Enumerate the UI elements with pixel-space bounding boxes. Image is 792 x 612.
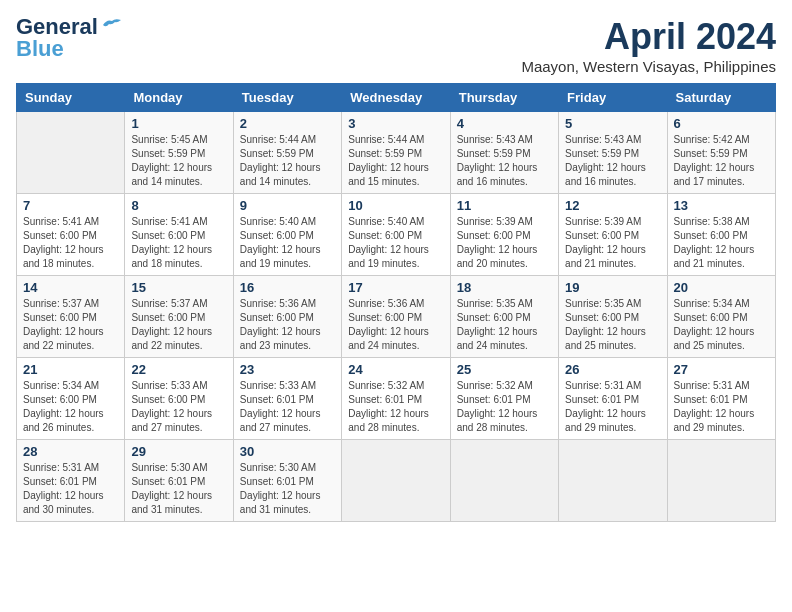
weekday-header-saturday: Saturday <box>667 84 775 112</box>
calendar-week-3: 14Sunrise: 5:37 AM Sunset: 6:00 PM Dayli… <box>17 276 776 358</box>
day-number: 5 <box>565 116 660 131</box>
day-info: Sunrise: 5:31 AM Sunset: 6:01 PM Dayligh… <box>674 379 769 435</box>
day-info: Sunrise: 5:32 AM Sunset: 6:01 PM Dayligh… <box>457 379 552 435</box>
day-number: 7 <box>23 198 118 213</box>
day-info: Sunrise: 5:31 AM Sunset: 6:01 PM Dayligh… <box>23 461 118 517</box>
day-info: Sunrise: 5:36 AM Sunset: 6:00 PM Dayligh… <box>240 297 335 353</box>
day-number: 24 <box>348 362 443 377</box>
day-info: Sunrise: 5:36 AM Sunset: 6:00 PM Dayligh… <box>348 297 443 353</box>
weekday-header-thursday: Thursday <box>450 84 558 112</box>
day-number: 1 <box>131 116 226 131</box>
day-info: Sunrise: 5:32 AM Sunset: 6:01 PM Dayligh… <box>348 379 443 435</box>
calendar-cell: 12Sunrise: 5:39 AM Sunset: 6:00 PM Dayli… <box>559 194 667 276</box>
day-number: 2 <box>240 116 335 131</box>
day-info: Sunrise: 5:40 AM Sunset: 6:00 PM Dayligh… <box>240 215 335 271</box>
day-info: Sunrise: 5:34 AM Sunset: 6:00 PM Dayligh… <box>23 379 118 435</box>
calendar-cell: 8Sunrise: 5:41 AM Sunset: 6:00 PM Daylig… <box>125 194 233 276</box>
day-number: 23 <box>240 362 335 377</box>
day-number: 11 <box>457 198 552 213</box>
day-info: Sunrise: 5:37 AM Sunset: 6:00 PM Dayligh… <box>23 297 118 353</box>
logo-general: General <box>16 16 98 38</box>
day-number: 10 <box>348 198 443 213</box>
calendar-table: SundayMondayTuesdayWednesdayThursdayFrid… <box>16 83 776 522</box>
day-info: Sunrise: 5:42 AM Sunset: 5:59 PM Dayligh… <box>674 133 769 189</box>
day-number: 18 <box>457 280 552 295</box>
day-number: 14 <box>23 280 118 295</box>
day-info: Sunrise: 5:31 AM Sunset: 6:01 PM Dayligh… <box>565 379 660 435</box>
calendar-cell: 16Sunrise: 5:36 AM Sunset: 6:00 PM Dayli… <box>233 276 341 358</box>
calendar-cell: 28Sunrise: 5:31 AM Sunset: 6:01 PM Dayli… <box>17 440 125 522</box>
calendar-cell: 13Sunrise: 5:38 AM Sunset: 6:00 PM Dayli… <box>667 194 775 276</box>
day-number: 4 <box>457 116 552 131</box>
day-info: Sunrise: 5:38 AM Sunset: 6:00 PM Dayligh… <box>674 215 769 271</box>
day-info: Sunrise: 5:35 AM Sunset: 6:00 PM Dayligh… <box>457 297 552 353</box>
calendar-cell <box>17 112 125 194</box>
calendar-cell: 19Sunrise: 5:35 AM Sunset: 6:00 PM Dayli… <box>559 276 667 358</box>
calendar-cell: 23Sunrise: 5:33 AM Sunset: 6:01 PM Dayli… <box>233 358 341 440</box>
day-info: Sunrise: 5:33 AM Sunset: 6:01 PM Dayligh… <box>240 379 335 435</box>
location-title: Maayon, Western Visayas, Philippines <box>521 58 776 75</box>
title-block: April 2024 Maayon, Western Visayas, Phil… <box>521 16 776 75</box>
day-info: Sunrise: 5:40 AM Sunset: 6:00 PM Dayligh… <box>348 215 443 271</box>
day-info: Sunrise: 5:35 AM Sunset: 6:00 PM Dayligh… <box>565 297 660 353</box>
calendar-cell: 1Sunrise: 5:45 AM Sunset: 5:59 PM Daylig… <box>125 112 233 194</box>
calendar-week-5: 28Sunrise: 5:31 AM Sunset: 6:01 PM Dayli… <box>17 440 776 522</box>
weekday-header-friday: Friday <box>559 84 667 112</box>
logo-text: General Blue <box>16 16 123 60</box>
day-number: 8 <box>131 198 226 213</box>
day-info: Sunrise: 5:41 AM Sunset: 6:00 PM Dayligh… <box>23 215 118 271</box>
page-header: General Blue April 2024 Maayon, Western … <box>16 16 776 75</box>
logo-bird-icon <box>101 17 123 33</box>
calendar-cell: 4Sunrise: 5:43 AM Sunset: 5:59 PM Daylig… <box>450 112 558 194</box>
day-info: Sunrise: 5:33 AM Sunset: 6:00 PM Dayligh… <box>131 379 226 435</box>
day-number: 15 <box>131 280 226 295</box>
calendar-cell: 7Sunrise: 5:41 AM Sunset: 6:00 PM Daylig… <box>17 194 125 276</box>
calendar-cell: 20Sunrise: 5:34 AM Sunset: 6:00 PM Dayli… <box>667 276 775 358</box>
day-number: 28 <box>23 444 118 459</box>
day-number: 3 <box>348 116 443 131</box>
calendar-cell: 9Sunrise: 5:40 AM Sunset: 6:00 PM Daylig… <box>233 194 341 276</box>
day-number: 27 <box>674 362 769 377</box>
calendar-cell: 15Sunrise: 5:37 AM Sunset: 6:00 PM Dayli… <box>125 276 233 358</box>
logo-blue: Blue <box>16 38 123 60</box>
weekday-header-sunday: Sunday <box>17 84 125 112</box>
day-number: 21 <box>23 362 118 377</box>
calendar-cell: 27Sunrise: 5:31 AM Sunset: 6:01 PM Dayli… <box>667 358 775 440</box>
calendar-cell <box>559 440 667 522</box>
weekday-header-tuesday: Tuesday <box>233 84 341 112</box>
calendar-cell: 6Sunrise: 5:42 AM Sunset: 5:59 PM Daylig… <box>667 112 775 194</box>
calendar-cell <box>667 440 775 522</box>
month-title: April 2024 <box>521 16 776 58</box>
day-number: 29 <box>131 444 226 459</box>
calendar-week-2: 7Sunrise: 5:41 AM Sunset: 6:00 PM Daylig… <box>17 194 776 276</box>
day-info: Sunrise: 5:30 AM Sunset: 6:01 PM Dayligh… <box>240 461 335 517</box>
day-info: Sunrise: 5:44 AM Sunset: 5:59 PM Dayligh… <box>348 133 443 189</box>
calendar-week-4: 21Sunrise: 5:34 AM Sunset: 6:00 PM Dayli… <box>17 358 776 440</box>
day-number: 26 <box>565 362 660 377</box>
calendar-cell: 3Sunrise: 5:44 AM Sunset: 5:59 PM Daylig… <box>342 112 450 194</box>
calendar-cell: 26Sunrise: 5:31 AM Sunset: 6:01 PM Dayli… <box>559 358 667 440</box>
day-info: Sunrise: 5:39 AM Sunset: 6:00 PM Dayligh… <box>565 215 660 271</box>
day-info: Sunrise: 5:43 AM Sunset: 5:59 PM Dayligh… <box>565 133 660 189</box>
calendar-cell: 22Sunrise: 5:33 AM Sunset: 6:00 PM Dayli… <box>125 358 233 440</box>
day-info: Sunrise: 5:37 AM Sunset: 6:00 PM Dayligh… <box>131 297 226 353</box>
calendar-cell: 11Sunrise: 5:39 AM Sunset: 6:00 PM Dayli… <box>450 194 558 276</box>
calendar-cell: 5Sunrise: 5:43 AM Sunset: 5:59 PM Daylig… <box>559 112 667 194</box>
calendar-cell: 24Sunrise: 5:32 AM Sunset: 6:01 PM Dayli… <box>342 358 450 440</box>
weekday-header-wednesday: Wednesday <box>342 84 450 112</box>
day-number: 6 <box>674 116 769 131</box>
calendar-cell: 17Sunrise: 5:36 AM Sunset: 6:00 PM Dayli… <box>342 276 450 358</box>
day-info: Sunrise: 5:41 AM Sunset: 6:00 PM Dayligh… <box>131 215 226 271</box>
day-number: 9 <box>240 198 335 213</box>
day-info: Sunrise: 5:45 AM Sunset: 5:59 PM Dayligh… <box>131 133 226 189</box>
day-info: Sunrise: 5:34 AM Sunset: 6:00 PM Dayligh… <box>674 297 769 353</box>
weekday-header-row: SundayMondayTuesdayWednesdayThursdayFrid… <box>17 84 776 112</box>
day-info: Sunrise: 5:43 AM Sunset: 5:59 PM Dayligh… <box>457 133 552 189</box>
calendar-cell: 30Sunrise: 5:30 AM Sunset: 6:01 PM Dayli… <box>233 440 341 522</box>
day-number: 25 <box>457 362 552 377</box>
logo: General Blue <box>16 16 123 60</box>
weekday-header-monday: Monday <box>125 84 233 112</box>
calendar-cell: 21Sunrise: 5:34 AM Sunset: 6:00 PM Dayli… <box>17 358 125 440</box>
calendar-cell <box>342 440 450 522</box>
calendar-cell: 25Sunrise: 5:32 AM Sunset: 6:01 PM Dayli… <box>450 358 558 440</box>
